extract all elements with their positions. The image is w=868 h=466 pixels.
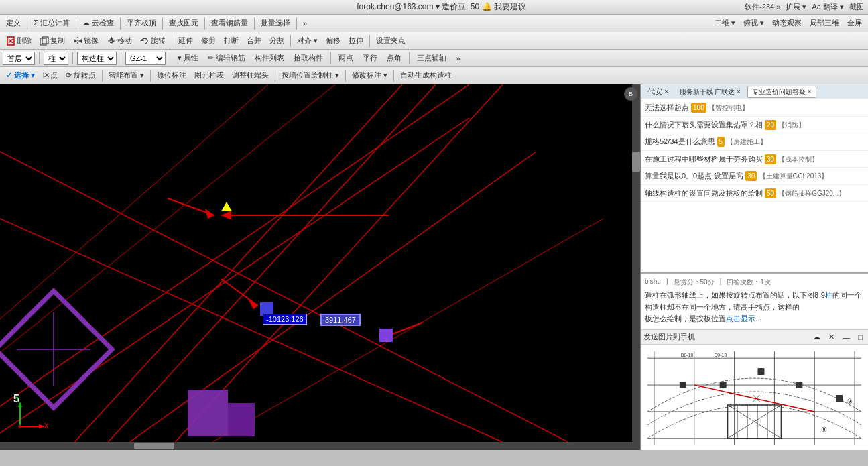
forum-item-4-text: 算量我是以0。0起点 设置层高 — [645, 172, 743, 180]
edit-rebar-btn[interactable]: ✏ 编辑钢筋 — [204, 52, 249, 64]
scrollbar-thumb-v[interactable] — [632, 152, 640, 172]
svg-text:X: X — [44, 422, 49, 430]
id-select[interactable]: GZ-1 — [125, 52, 166, 65]
detail-link[interactable]: 点击显示 — [726, 314, 755, 323]
subtype-select[interactable]: 构造柱 — [77, 52, 117, 65]
draw-col-by-wall-btn[interactable]: 按墙位置绘制柱 ▾ — [278, 69, 343, 82]
copy-btn[interactable]: 复制 — [36, 34, 68, 47]
forum-item-0[interactable]: 无法选择起点 100 【智控弱电】 — [641, 99, 868, 117]
dynamic-obs-btn[interactable]: 动态观察 — [769, 17, 805, 30]
prop-attr-btn[interactable]: ▾ 属性 — [174, 52, 202, 64]
svg-marker-25 — [221, 211, 231, 220]
forum-item-2[interactable]: 规格52/34是什么意思 5 【房建施工】 — [641, 133, 868, 151]
capture-btn[interactable]: 截图 — [849, 2, 864, 12]
pick-comp-btn[interactable]: 拾取构件 — [290, 52, 326, 64]
select-btn[interactable]: ✓ 选择 ▾ — [3, 69, 38, 82]
forum-item-3[interactable]: 在施工过程中哪些材料属于劳务购买 30 【成本控制】 — [641, 151, 868, 168]
orig-annot-btn[interactable]: 原位标注 — [153, 69, 190, 82]
forum-item-5-cat: 【钢筋抽样GGJ20...】 — [778, 190, 845, 197]
coord-box-2: 3911.467 — [320, 314, 361, 326]
forum-item-5-badge: 50 — [765, 188, 776, 198]
mirror-btn[interactable]: 镜像 — [70, 34, 102, 47]
align-top-btn[interactable]: 平齐板顶 — [123, 17, 160, 30]
adj-col-end-btn[interactable]: 调整柱端头 — [229, 69, 272, 82]
mod-annot-btn[interactable]: 修改标注 ▾ — [349, 69, 391, 82]
rotate-btn[interactable]: 旋转 — [137, 34, 169, 47]
svg-line-26 — [221, 279, 258, 306]
set-grip-btn[interactable]: 设置夹点 — [373, 34, 409, 47]
img-close-btn[interactable]: ✕ — [826, 332, 837, 342]
expand-btn[interactable]: 扩展 ▾ — [786, 2, 806, 12]
svg-text:B0-10: B0-10 — [681, 353, 694, 357]
view-rebar-btn[interactable]: 查看钢筋量 — [208, 17, 251, 30]
rotate-icon — [140, 36, 149, 46]
offset-btn[interactable]: 偏移 — [322, 34, 344, 47]
software-label[interactable]: 软件-234 » — [745, 2, 780, 12]
merge-btn[interactable]: 合并 — [243, 34, 265, 47]
area-point-btn[interactable]: 区点 — [40, 69, 61, 82]
define-btn[interactable]: 定义 — [3, 17, 24, 30]
right-panel-header: 代安 × 服务新干线 广联达 × 专业造价问题答疑 × — [641, 84, 868, 99]
cad-scrollbar-horizontal[interactable] — [0, 442, 632, 450]
2d-btn[interactable]: 二维 ▾ — [711, 17, 739, 30]
layer-select[interactable]: 首层 — [3, 52, 35, 65]
trim-btn[interactable]: 修剪 — [198, 34, 219, 47]
more-btn[interactable]: » — [300, 18, 310, 29]
forum-item-1[interactable]: 什么情况下喷头需要设置集热罩？相 20 【消防】 — [641, 117, 868, 134]
find-elem-btn[interactable]: 查找图元 — [166, 17, 202, 30]
comp-list-btn[interactable]: 构件列表 — [251, 52, 288, 64]
cad-scrollbar-vertical[interactable] — [632, 84, 640, 450]
img-cloud-btn[interactable]: ☁ — [810, 332, 823, 342]
close-qa-tab[interactable]: × — [808, 88, 812, 95]
align-btn[interactable]: 对齐 ▾ — [294, 34, 321, 47]
parallel-btn[interactable]: 平行 — [359, 52, 381, 64]
rp-tab-proxy[interactable]: 代安 × — [643, 86, 673, 97]
fullscreen-btn[interactable]: 全屏 — [844, 17, 865, 30]
point-angle-btn[interactable]: 点角 — [383, 52, 405, 64]
cad-area[interactable]: B — [0, 84, 640, 450]
close-proxy-tab[interactable]: × — [664, 87, 668, 95]
sep-p3 — [121, 52, 121, 64]
toolbar-row-1: 定义 Σ 汇总计算 ☁ 云检查 平齐板顶 查找图元 查看钢筋量 批量选择 » 二… — [0, 15, 868, 32]
sep-a3 — [275, 70, 275, 82]
sep-p4 — [170, 52, 170, 64]
close-service-tab[interactable]: × — [737, 88, 741, 95]
right-panel: 代安 × 服务新干线 广联达 × 专业造价问题答疑 × 无法选择起点 100 【… — [640, 84, 868, 450]
calc-btn[interactable]: Σ 汇总计算 — [30, 17, 73, 30]
stretch-btn[interactable]: 拉伸 — [345, 34, 367, 47]
forum-item-5[interactable]: 轴线构造柱的设置问题及挑板的绘制 50 【钢筋抽样GGJ20...】 — [641, 185, 868, 202]
col-table-btn[interactable]: 图元柱表 — [191, 69, 227, 82]
forum-item-0-cat: 【智控弱电】 — [708, 104, 749, 111]
translate-btn[interactable]: Aa 翻译 ▾ — [812, 2, 844, 12]
cloud-check-btn[interactable]: ☁ 云检查 — [79, 17, 117, 30]
forum-item-4[interactable]: 算量我是以0。0起点 设置层高 30 【土建算量GCL2013】 — [641, 168, 868, 185]
img-max-btn[interactable]: □ — [855, 333, 865, 342]
detail-text-highlight: 柱 — [825, 291, 832, 299]
img-min-btn[interactable]: — — [840, 333, 853, 342]
move-btn[interactable]: 移动 — [103, 34, 135, 47]
delete-btn[interactable]: 删除 — [3, 34, 35, 47]
rp-tab-service[interactable]: 服务新干线 广联达 × — [676, 86, 745, 97]
type-select[interactable]: 柱 — [44, 52, 68, 65]
props-bar: 首层 柱 构造柱 GZ-1 ▾ 属性 ✏ 编辑钢筋 构件列表 拾取构件 两点 平… — [0, 50, 868, 67]
top-view-btn[interactable]: 俯视 ▾ — [740, 17, 767, 30]
rp-tab-qa[interactable]: 专业造价问题答疑 × — [747, 86, 816, 98]
extend-btn[interactable]: 延伸 — [175, 34, 196, 47]
axis-indicator: X Y — [13, 396, 50, 433]
sep4 — [162, 17, 163, 30]
sep7 — [296, 17, 297, 30]
split-btn[interactable]: 分割 — [266, 34, 288, 47]
three-point-btn[interactable]: 三点辅轴 — [414, 52, 450, 64]
scrollbar-thumb-h[interactable] — [134, 443, 174, 449]
two-point-btn[interactable]: 两点 — [335, 52, 357, 64]
auto-gen-col-btn[interactable]: 自动生成构造柱 — [397, 69, 455, 82]
detail-sep2: | — [720, 278, 722, 287]
svg-text:⑨: ⑨ — [847, 398, 853, 405]
smart-place-btn[interactable]: 智能布置 ▾ — [105, 69, 147, 82]
local-3d-btn[interactable]: 局部三维 — [806, 17, 843, 30]
more-p-btn[interactable]: » — [452, 53, 463, 64]
break-btn[interactable]: 打断 — [221, 34, 242, 47]
rotate-point-btn[interactable]: ⟳ 旋转点 — [62, 69, 99, 82]
batch-select-btn[interactable]: 批量选择 — [257, 17, 294, 30]
view-indicator-text: B — [629, 91, 633, 97]
